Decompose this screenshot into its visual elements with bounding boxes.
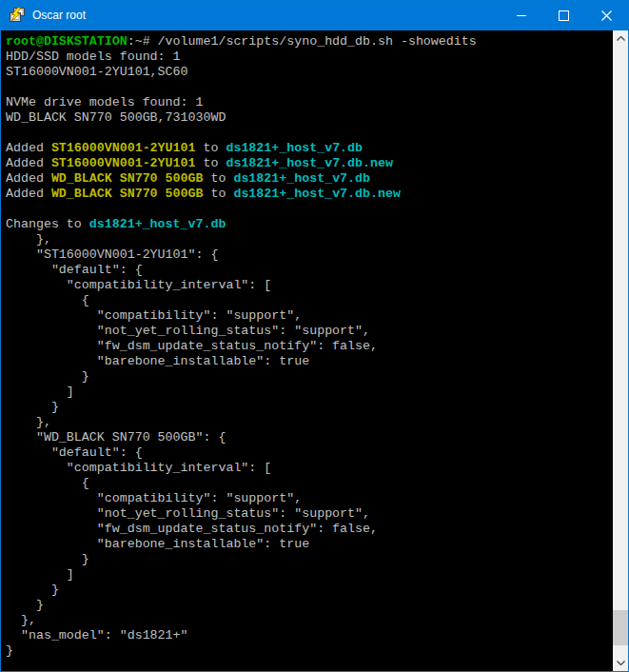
terminal-line: "ST16000VN001-2YU101": { <box>6 247 613 263</box>
terminal-line: "fw_dsm_update_status_notify": false, <box>6 522 613 537</box>
terminal-line: } <box>6 400 613 415</box>
terminal-line <box>6 126 613 141</box>
terminal-line: "compatibility": "support", <box>6 491 613 506</box>
chevron-down-icon <box>617 661 625 665</box>
terminal-line: }, <box>6 232 613 247</box>
maximize-icon <box>559 10 569 21</box>
close-button[interactable] <box>585 0 628 30</box>
terminal-line <box>6 80 613 95</box>
terminal-line: } <box>6 583 613 598</box>
scroll-up-button[interactable] <box>613 30 628 47</box>
terminal-lines: root@DISKSTATION:~# /volume1/scripts/syn… <box>6 34 613 659</box>
terminal-line: "not_yet_rolling_status": "support", <box>6 506 613 522</box>
terminal-line: Added ST16000VN001-2YU101 to ds1821+_hos… <box>6 141 613 156</box>
terminal-line: HDD/SSD models found: 1 <box>6 49 613 65</box>
maximize-button[interactable] <box>542 0 585 30</box>
terminal-line: }, <box>6 415 613 430</box>
terminal-line: }, <box>6 613 613 628</box>
window-controls <box>500 0 628 30</box>
minimize-button[interactable] <box>500 0 542 30</box>
scrollbar-thumb[interactable] <box>613 610 628 645</box>
terminal-line: } <box>6 552 613 567</box>
terminal-line: "not_yet_rolling_status": "support", <box>6 324 613 339</box>
terminal-line: Added ST16000VN001-2YU101 to ds1821+_hos… <box>6 156 613 171</box>
chevron-up-icon <box>617 36 625 41</box>
terminal-line: ] <box>6 385 613 400</box>
putty-window: Oscar root root@DISKSTATION:~# /volume1/… <box>0 0 629 672</box>
terminal-line: } <box>6 598 613 613</box>
terminal-line: "WD_BLACK SN770 500GB": { <box>6 430 613 445</box>
terminal-line: "barebone_installable": true <box>6 537 613 552</box>
terminal-line: "fw_dsm_update_status_notify": false, <box>6 339 613 354</box>
terminal-line: Changes to ds1821+_host_v7.db <box>6 217 613 232</box>
terminal-line: "default": { <box>6 263 613 278</box>
terminal-line: ST16000VN001-2YU101,SC60 <box>6 65 613 80</box>
terminal-line: "nas_model": "ds1821+" <box>6 628 613 643</box>
terminal-line: "compatibility": "support", <box>6 308 613 324</box>
terminal-line: WD_BLACK SN770 500GB,731030WD <box>6 110 613 126</box>
terminal-line: root@DISKSTATION:~# /volume1/scripts/syn… <box>6 34 613 49</box>
terminal-line: Added WD_BLACK SN770 500GB to ds1821+_ho… <box>6 171 613 187</box>
terminal-line: } <box>6 369 613 385</box>
scrollbar[interactable] <box>613 30 628 671</box>
terminal-line: NVMe drive models found: 1 <box>6 95 613 110</box>
terminal-screen[interactable]: root@DISKSTATION:~# /volume1/scripts/syn… <box>1 30 613 671</box>
terminal-line <box>6 202 613 217</box>
scroll-down-button[interactable] <box>613 655 628 671</box>
terminal-line: Added WD_BLACK SN770 500GB to ds1821+_ho… <box>6 187 613 202</box>
terminal-line: ] <box>6 567 613 583</box>
terminal-line: "default": { <box>6 445 613 461</box>
window-client: root@DISKSTATION:~# /volume1/scripts/syn… <box>1 30 628 671</box>
terminal-line: "barebone_installable": true <box>6 354 613 369</box>
close-icon <box>601 10 612 21</box>
terminal-line: "compatibility_interval": [ <box>6 461 613 476</box>
titlebar[interactable]: Oscar root <box>1 0 628 30</box>
terminal-line: "compatibility_interval": [ <box>6 278 613 293</box>
putty-app-icon <box>10 8 25 23</box>
terminal-line: { <box>6 293 613 308</box>
minimize-icon <box>517 15 526 16</box>
window-title: Oscar root <box>32 9 86 22</box>
terminal-line: } <box>6 643 613 659</box>
terminal-line: { <box>6 476 613 491</box>
